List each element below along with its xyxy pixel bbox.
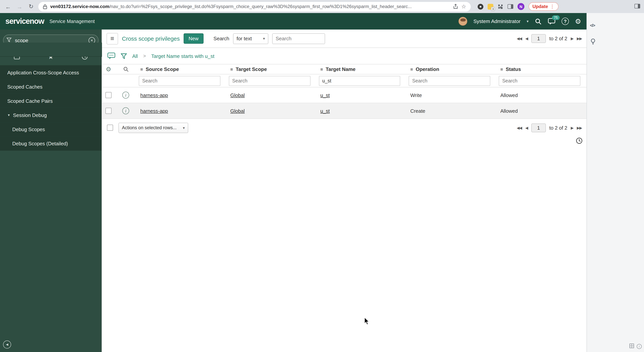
help-icon[interactable]: ? [562, 18, 569, 25]
list-context-menu-button[interactable]: ≡ [106, 33, 118, 44]
new-record-button[interactable]: New [184, 33, 204, 44]
servicenow-logo[interactable]: servicenow [5, 17, 44, 26]
next-page-icon[interactable]: ▶ [571, 36, 573, 41]
record-preview-icon[interactable]: i [122, 92, 129, 98]
search-type-select[interactable]: for text ▾ [233, 33, 268, 44]
bookmark-star-icon[interactable]: ☆ [461, 4, 466, 9]
grid-icon[interactable] [630, 343, 634, 350]
browser-forward-button[interactable]: → [15, 2, 24, 11]
column-menu-icon: ≡ [320, 66, 323, 72]
target-name-link[interactable]: u_st [320, 108, 330, 114]
chevron-down-icon: ▾ [263, 36, 265, 41]
global-search-icon[interactable] [535, 18, 542, 25]
url-text[interactable]: ven03172.service-now.com/nav_to.do?uri=%… [50, 4, 450, 9]
gear-icon: ⚙ [106, 66, 111, 72]
column-menu-icon: ≡ [140, 66, 143, 72]
personalize-list-gear[interactable]: ⚙ [102, 66, 115, 72]
breadcrumb-all-link[interactable]: All [132, 53, 138, 59]
filter-input-status[interactable] [499, 76, 580, 86]
extensions-puzzle-icon[interactable] [498, 4, 503, 10]
source-scope-link[interactable]: harness-app [140, 108, 168, 114]
table-row: i harness-app Global u_st Create Allowed [102, 103, 586, 119]
rail-bottom-icons: i [630, 343, 642, 350]
target-name-link[interactable]: u_st [320, 92, 330, 98]
sidebar-item-debug-scopes-detailed[interactable]: Debug Scopes (Detailed) [0, 136, 102, 151]
sidebar-item-label: Scoped Caches [7, 84, 42, 90]
list-title-link[interactable]: Cross scope privileges [122, 35, 180, 42]
breadcrumb-filter-link[interactable]: Target Name starts with u_st [151, 53, 214, 59]
column-header-source-scope[interactable]: ≡Source Scope [136, 66, 226, 72]
column-label: Target Name [326, 66, 356, 72]
list-search-toggle[interactable] [115, 66, 136, 72]
column-header-target-scope[interactable]: ≡Target Scope [226, 66, 317, 72]
prev-page-icon[interactable]: ◀ [525, 36, 528, 41]
list-refresh-timer-icon[interactable] [576, 137, 583, 146]
next-page-icon[interactable]: ▶ [571, 126, 573, 130]
filter-cell-target-scope [226, 76, 317, 86]
code-icon[interactable]: </> [590, 23, 595, 28]
info-corner-icon[interactable]: i [637, 344, 642, 349]
column-header-operation[interactable]: ≡Operation [406, 66, 496, 72]
select-all-checkbox[interactable] [107, 124, 113, 131]
first-page-icon[interactable]: ◀◀ [517, 126, 522, 130]
cell-source-scope: harness-app [136, 108, 226, 114]
row-checkbox[interactable] [106, 92, 112, 98]
url-bar[interactable]: ven03172.service-now.com/nav_to.do?uri=%… [38, 2, 471, 11]
row-range-text: to 2 of 2 [549, 125, 567, 130]
share-icon[interactable] [453, 4, 458, 9]
user-menu[interactable]: System Administrator [474, 18, 520, 24]
list-content: ≡ Cross scope privileges New Search for … [102, 30, 586, 352]
browser-menu-dots-icon[interactable]: ⋮ [550, 4, 554, 9]
filter-funnel-icon[interactable] [121, 53, 127, 59]
collapse-sidebar-button[interactable]: ◀ [3, 340, 11, 348]
extension-icon-yellow[interactable]: 3 [488, 4, 493, 10]
filter-input-operation[interactable] [409, 76, 490, 86]
browser-profile-avatar[interactable]: N [518, 3, 524, 10]
filter-input-source-scope[interactable] [139, 76, 220, 86]
column-header-status[interactable]: ≡Status [496, 66, 586, 72]
target-scope-link[interactable]: Global [230, 108, 245, 114]
browser-panel-corner-icon[interactable] [634, 4, 640, 8]
browser-sidepanel-icon[interactable] [508, 4, 513, 9]
last-page-icon[interactable]: ▶▶ [577, 36, 582, 41]
sidebar-item-label: Debug Scopes [12, 126, 45, 132]
column-menu-icon: ≡ [500, 66, 503, 72]
page-number-input[interactable] [531, 34, 546, 43]
browser-update-button[interactable]: Update ⋮ [528, 2, 558, 11]
sidebar-item-debug-scopes[interactable]: Debug Scopes [0, 122, 102, 136]
target-scope-link[interactable]: Global [230, 92, 245, 98]
actions-dropdown[interactable]: Actions on selected rows... ▾ [118, 122, 188, 133]
row-checkbox[interactable] [106, 108, 112, 114]
conversations-icon[interactable]: 75 [548, 18, 556, 25]
sidebar-item-label: Debug Scopes (Detailed) [12, 140, 68, 146]
app-body: × ★ System Applications Application Cros… [0, 30, 586, 352]
source-scope-link[interactable]: harness-app [140, 92, 168, 98]
expand-triangle-icon[interactable]: ▼ [7, 113, 10, 117]
filter-cell-status [496, 76, 586, 86]
user-caret-icon[interactable]: ▾ [527, 19, 528, 24]
filter-input-target-scope[interactable] [229, 76, 310, 86]
settings-gear-icon[interactable]: ⚙ [575, 18, 581, 25]
list-search-input[interactable] [272, 33, 325, 44]
extension-icon-dark[interactable] [478, 4, 484, 10]
sidebar-item-session-debug[interactable]: ▼ Session Debug [0, 108, 102, 122]
sidebar-item-application-cross-scope-access[interactable]: Application Cross-Scope Access [0, 66, 102, 80]
lightbulb-icon[interactable] [590, 38, 596, 47]
record-preview-icon[interactable]: i [122, 107, 129, 114]
row-info-cell: i [115, 92, 136, 98]
last-page-icon[interactable]: ▶▶ [577, 126, 582, 130]
first-page-icon[interactable]: ◀◀ [517, 36, 522, 41]
sidebar-item-scoped-caches[interactable]: Scoped Caches [0, 80, 102, 94]
column-header-target-name[interactable]: ≡Target Name [316, 66, 406, 72]
browser-back-button[interactable]: ← [4, 2, 12, 11]
filter-input-target-name[interactable] [319, 76, 400, 86]
browser-reload-button[interactable]: ↻ [27, 2, 35, 11]
sidebar-item-scoped-cache-pairs[interactable]: Scoped Cache Pairs [0, 94, 102, 108]
sidebar-item-label: Session Debug [13, 112, 47, 118]
page-number-input[interactable] [531, 123, 546, 132]
row-info-cell: i [115, 107, 136, 114]
comments-icon[interactable] [107, 52, 116, 60]
prev-page-icon[interactable]: ◀ [525, 126, 528, 130]
site-lock-icon[interactable] [43, 4, 47, 9]
user-avatar[interactable] [458, 17, 467, 26]
